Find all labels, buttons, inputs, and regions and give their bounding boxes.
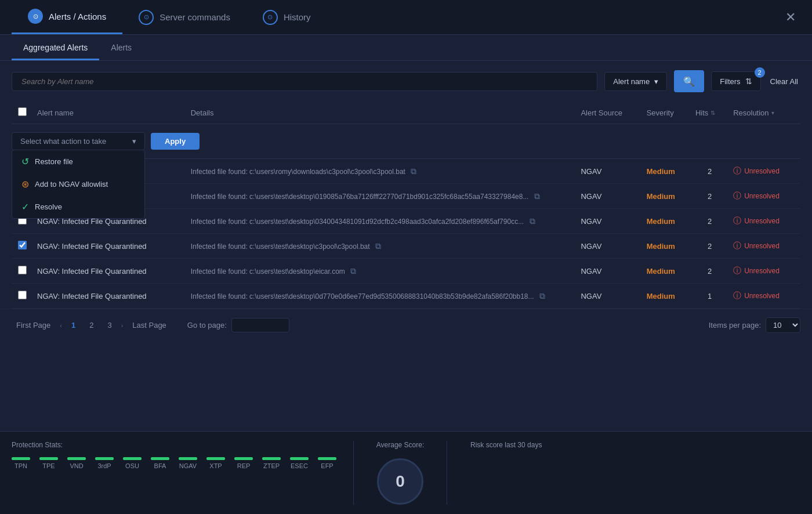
- items-per-page-select[interactable]: 10 25 50 100: [766, 317, 800, 333]
- unresolved-icon: ⓘ: [733, 191, 741, 201]
- stat-label: OSU: [125, 462, 139, 469]
- details-cell: Infected file found: c:\users\test\deskt…: [186, 184, 577, 209]
- last-page-link[interactable]: Last Page: [128, 318, 171, 332]
- resolution-sort[interactable]: Resolution ▾: [733, 108, 774, 117]
- severity-sort[interactable]: Severity: [647, 108, 674, 117]
- details-cell: Infected file found: c:\users\test\deskt…: [186, 234, 577, 259]
- action-row: Select what action to take ▾ Apply ↺ Res…: [12, 124, 800, 159]
- copy-icon[interactable]: ⧉: [407, 165, 420, 177]
- stat-bar: [234, 457, 253, 460]
- stat-label: REP: [237, 462, 251, 469]
- alert-name-cell: NGAV: Infected File Quarantined: [32, 234, 186, 259]
- search-button[interactable]: 🔍: [674, 70, 704, 92]
- tab-history[interactable]: ⊙ History: [246, 0, 327, 34]
- table-row: NGAV: Infected File Quarantined Infected…: [12, 259, 800, 284]
- copy-icon[interactable]: ⧉: [526, 215, 539, 227]
- stat-item: XTP: [206, 457, 225, 469]
- stat-bar: [67, 457, 86, 460]
- alert-source-sort[interactable]: Alert Source: [581, 108, 622, 117]
- select-all-checkbox[interactable]: [18, 107, 27, 116]
- alert-name-dropdown[interactable]: Alert name ▾: [604, 72, 667, 91]
- resolution-cell: ⓘ Unresolved: [728, 159, 800, 184]
- search-icon: 🔍: [683, 76, 695, 87]
- tab-alerts-actions[interactable]: ⊙ Alerts / Actions: [12, 0, 122, 34]
- copy-icon[interactable]: ⧉: [347, 265, 360, 277]
- stat-bar: [206, 457, 225, 460]
- source-cell: NGAV: [576, 159, 641, 184]
- search-input[interactable]: [12, 72, 597, 91]
- top-nav: ⊙ Alerts / Actions ⊙ Server commands ⊙ H…: [0, 0, 812, 35]
- alerts-table: Alert name Details Alert Source Severity: [12, 102, 800, 309]
- details-cell: Infected file found: c:\users\test\deskt…: [186, 259, 577, 284]
- tab-server-commands[interactable]: ⊙ Server commands: [122, 0, 246, 34]
- resolution-cell: ⓘ Unresolved: [728, 234, 800, 259]
- copy-icon[interactable]: ⧉: [372, 240, 385, 252]
- stat-bar: [39, 457, 58, 460]
- filter-count-badge: 2: [755, 67, 765, 78]
- action-dropdown-menu: ↺ Restore file ⊛ Add to NGAV allowlist ✓…: [12, 150, 145, 219]
- hits-cell: 2: [691, 259, 728, 284]
- stat-bar: [151, 457, 169, 460]
- page-1-link[interactable]: 1: [67, 318, 80, 332]
- row-checkbox-3[interactable]: [18, 241, 27, 249]
- action-resolve[interactable]: ✓ Resolve: [12, 196, 144, 218]
- alert-name-sort[interactable]: Alert name: [37, 108, 74, 117]
- table-row: NGAV: Infected File Quarantined Infected…: [12, 234, 800, 259]
- first-page-link[interactable]: First Page: [12, 318, 55, 332]
- subtab-alerts[interactable]: Alerts: [99, 35, 143, 60]
- source-cell: NGAV: [576, 284, 641, 309]
- risk-score-title: Risk score last 30 days: [470, 441, 800, 449]
- stat-bar: [290, 457, 309, 460]
- unresolved-icon: ⓘ: [733, 166, 741, 176]
- col-hits: Hits ⇅: [691, 102, 728, 124]
- copy-icon[interactable]: ⧉: [536, 290, 549, 302]
- stat-label: XTP: [209, 462, 222, 469]
- page-2-link[interactable]: 2: [85, 318, 98, 332]
- clear-all-button[interactable]: Clear All: [768, 73, 800, 91]
- severity-cell: Medium: [642, 209, 691, 234]
- source-cell: NGAV: [576, 184, 641, 209]
- tab-history-label: History: [284, 12, 311, 22]
- tab-alerts-actions-label: Alerts / Actions: [49, 12, 106, 21]
- chevron-down-icon: ▾: [654, 77, 658, 86]
- resolution-cell: ⓘ Unresolved: [728, 259, 800, 284]
- copy-icon[interactable]: ⧉: [531, 190, 543, 202]
- hits-cell: 1: [691, 284, 728, 309]
- close-button[interactable]: ✕: [781, 5, 800, 30]
- stat-bar: [179, 457, 197, 460]
- page-3-link[interactable]: 3: [103, 318, 116, 332]
- action-restore-file[interactable]: ↺ Restore file: [12, 150, 144, 173]
- stat-item: NGAV: [179, 457, 197, 469]
- filters-button[interactable]: Filters ⇅ 2: [711, 71, 760, 91]
- pagination-row: First Page ‹ 1 2 3 › Last Page Go to pag…: [0, 309, 812, 341]
- stat-item: EFP: [318, 457, 336, 469]
- hits-cell: 2: [691, 234, 728, 259]
- stat-bar: [318, 457, 336, 460]
- col-severity: Severity: [642, 102, 691, 124]
- action-add-allowlist[interactable]: ⊛ Add to NGAV allowlist: [12, 173, 144, 196]
- hits-sort[interactable]: Hits ⇅: [695, 108, 715, 117]
- risk-score-section: Risk score last 30 days: [470, 441, 800, 454]
- table-container: Alert name Details Alert Source Severity: [0, 102, 812, 309]
- unresolved-icon: ⓘ: [733, 216, 741, 226]
- resolution-sort-arrows: ▾: [771, 110, 774, 116]
- items-per-page: Items per page: 10 25 50 100: [709, 317, 800, 333]
- prev-page-icon[interactable]: ‹: [60, 322, 62, 329]
- row-checkbox-4[interactable]: [18, 266, 27, 274]
- subtab-aggregated-alerts[interactable]: Aggregated Alerts: [12, 35, 99, 60]
- next-page-icon[interactable]: ›: [121, 322, 124, 329]
- stat-item: REP: [234, 457, 253, 469]
- col-alert-name: Alert name: [32, 102, 186, 124]
- goto-page-input[interactable]: [231, 318, 289, 332]
- stat-item: TPE: [39, 457, 58, 469]
- hits-cell: 2: [691, 209, 728, 234]
- allowlist-icon: ⊛: [21, 179, 29, 190]
- hits-sort-arrows: ⇅: [710, 110, 715, 116]
- apply-button[interactable]: Apply: [151, 133, 200, 150]
- resolution-cell: ⓘ Unresolved: [728, 184, 800, 209]
- stat-label: ESEC: [291, 462, 308, 469]
- stat-label: TPN: [14, 462, 27, 469]
- action-dropdown[interactable]: Select what action to take ▾: [12, 132, 145, 150]
- row-checkbox-5[interactable]: [18, 291, 27, 299]
- stat-label: BFA: [154, 462, 166, 469]
